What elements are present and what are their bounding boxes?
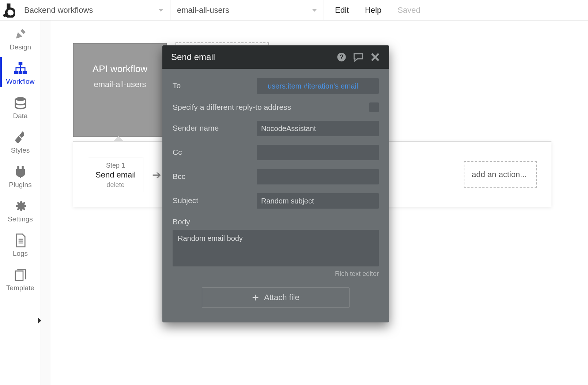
data-icon — [13, 95, 28, 111]
sidebar-label: Plugins — [9, 181, 31, 189]
workflow-card-title: API workflow — [93, 63, 147, 75]
svg-rect-2 — [18, 62, 22, 66]
top-actions: Edit Help Saved — [324, 0, 431, 20]
sidebar: Design Workflow Data Styles Plugins — [0, 20, 41, 385]
step-name: Send email — [95, 170, 136, 180]
sidebar-item-data[interactable]: Data — [0, 89, 41, 124]
arrow-right-icon: ➔ — [152, 168, 161, 181]
sidebar-label: Template — [6, 284, 34, 292]
close-icon[interactable] — [370, 52, 380, 62]
chevron-down-icon — [158, 9, 163, 12]
body-label: Body — [173, 217, 379, 226]
comment-icon[interactable] — [353, 52, 363, 62]
cc-input[interactable] — [257, 145, 379, 160]
sidebar-item-styles[interactable]: Styles — [0, 124, 41, 158]
step-delete[interactable]: delete — [95, 181, 136, 189]
field-to: To users:item #iteration's email — [173, 78, 379, 94]
to-label: To — [173, 78, 257, 90]
field-subject: Subject Random subject — [173, 193, 379, 209]
svg-point-6 — [15, 97, 26, 101]
help-link[interactable]: Help — [365, 5, 381, 15]
sidebar-item-design[interactable]: Design — [0, 20, 41, 55]
logo-cell — [0, 0, 18, 20]
sidebar-label: Styles — [11, 146, 30, 154]
field-replyto: Specify a different reply-to address — [173, 102, 379, 112]
topbar: Backend workflows email-all-users Edit H… — [0, 0, 588, 20]
attach-file-button[interactable]: + Attach file — [202, 287, 350, 308]
replyto-checkbox[interactable] — [369, 102, 379, 112]
subject-input[interactable]: Random subject — [257, 193, 379, 209]
svg-rect-5 — [23, 71, 27, 74]
subject-label: Subject — [173, 193, 257, 205]
bcc-label: Bcc — [173, 169, 257, 181]
card-pointer-icon — [113, 136, 124, 141]
step-card[interactable]: Step 1 Send email delete — [88, 157, 143, 192]
subject-value: Random subject — [261, 197, 314, 205]
plugins-icon — [13, 164, 28, 179]
logs-icon — [13, 233, 28, 248]
panel-title: Send email — [171, 52, 336, 62]
chevron-down-icon — [312, 9, 317, 12]
plus-icon: + — [252, 292, 259, 303]
to-value-dynamic: users:item #iteration's email — [268, 82, 358, 90]
sidebar-item-settings[interactable]: Settings — [0, 192, 41, 227]
to-input[interactable]: users:item #iteration's email — [257, 78, 379, 94]
workflow-selector-dropdown[interactable]: email-all-users — [170, 0, 324, 20]
help-icon[interactable]: ? — [336, 52, 347, 62]
replyto-label: Specify a different reply-to address — [173, 103, 291, 112]
workflow-icon — [13, 61, 28, 76]
canvas-track — [41, 20, 51, 385]
cc-label: Cc — [173, 145, 257, 157]
field-bcc: Bcc — [173, 169, 379, 184]
add-action-button[interactable]: add an action... — [464, 161, 537, 188]
add-action-label: add an action... — [472, 170, 527, 179]
panel-header[interactable]: Send email ? — [162, 45, 389, 69]
bcc-input[interactable] — [257, 169, 379, 184]
expand-sidebar-icon[interactable] — [38, 318, 41, 324]
template-icon — [13, 267, 28, 283]
step-number: Step 1 — [95, 162, 136, 169]
workflow-card-name: email-all-users — [94, 80, 146, 89]
sidebar-label: Settings — [8, 215, 33, 223]
edit-link[interactable]: Edit — [335, 5, 349, 15]
field-body: Body Random email body Rich text editor — [173, 217, 379, 278]
attach-label: Attach file — [264, 293, 299, 302]
panel-body: To users:item #iteration's email Specify… — [162, 69, 389, 322]
sidebar-item-template[interactable]: Template — [0, 261, 41, 296]
page-selector-label: Backend workflows — [24, 5, 93, 15]
sidebar-item-plugins[interactable]: Plugins — [0, 158, 41, 192]
sidebar-item-workflow[interactable]: Workflow — [0, 55, 41, 89]
workflow-selector-label: email-all-users — [177, 5, 229, 15]
field-sender: Sender name NocodeAssistant — [173, 121, 379, 136]
sidebar-label: Logs — [13, 250, 28, 258]
body-value: Random email body — [178, 234, 243, 242]
rich-text-editor-link[interactable]: Rich text editor — [173, 270, 379, 278]
property-panel: Send email ? To users:item #iteration's … — [162, 45, 389, 322]
page-selector-dropdown[interactable]: Backend workflows — [18, 0, 170, 20]
svg-rect-7 — [15, 271, 23, 281]
workflow-canvas: API workflow email-all-users Step 1 Send… — [51, 20, 588, 385]
bubble-logo-icon — [3, 3, 15, 18]
body-input[interactable]: Random email body — [173, 230, 379, 266]
api-workflow-card[interactable]: API workflow email-all-users — [73, 43, 167, 137]
svg-text:?: ? — [340, 53, 344, 61]
sidebar-label: Workflow — [6, 78, 35, 86]
sidebar-label: Design — [10, 43, 31, 51]
svg-rect-3 — [14, 71, 18, 74]
design-icon — [13, 26, 28, 42]
saved-status: Saved — [397, 5, 420, 15]
sender-label: Sender name — [173, 121, 257, 132]
sender-input[interactable]: NocodeAssistant — [257, 121, 379, 136]
sidebar-item-logs[interactable]: Logs — [0, 227, 41, 261]
sidebar-label: Data — [13, 112, 27, 120]
sender-value: NocodeAssistant — [261, 124, 316, 133]
settings-icon — [13, 198, 28, 214]
svg-rect-4 — [18, 71, 22, 74]
field-cc: Cc — [173, 145, 379, 160]
styles-icon — [13, 130, 28, 145]
